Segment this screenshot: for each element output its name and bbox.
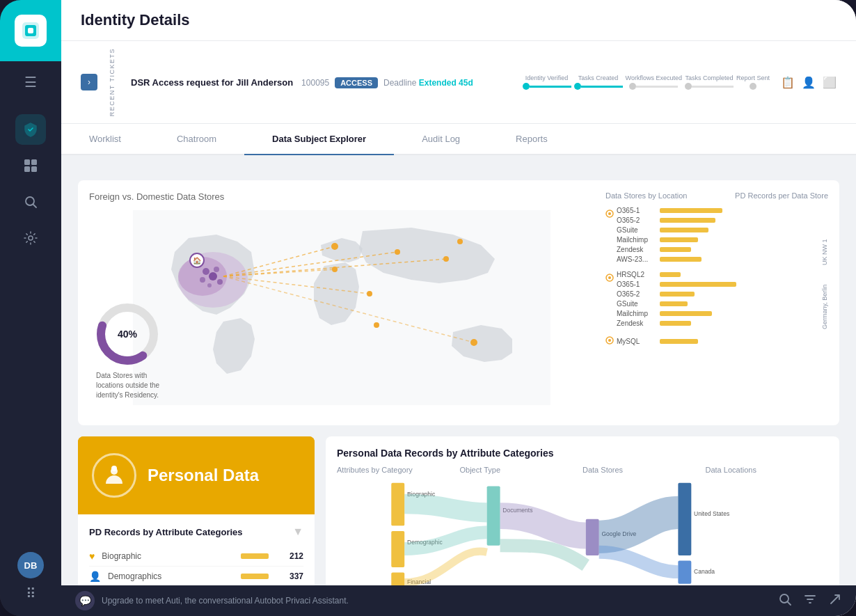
dot-4 [685,83,692,90]
sankey-col-0: Attributes by Category [337,466,460,474]
svg-text:🏠: 🏠 [193,256,202,265]
ticket-icon-3[interactable]: ⬜ [823,76,837,89]
svg-point-52 [608,212,611,215]
svg-point-73 [780,594,788,603]
sankey-card: Personal Data Records by Attribute Categ… [326,436,839,585]
progress-steps: Identity Verified Tasks Created Workflow… [523,74,770,90]
svg-point-43 [200,277,205,283]
pd-row-demographics: 👤 Demographics 337 [89,567,303,585]
svg-point-34 [443,256,449,262]
nav-settings[interactable] [15,223,46,253]
svg-rect-65 [487,487,500,546]
nav-shield[interactable] [15,114,46,145]
svg-point-36 [367,291,372,297]
arrow-footer-icon[interactable] [828,592,842,610]
ticket-title: DSR Access request for Jill Anderson [131,77,293,88]
dot-1 [523,83,530,90]
svg-point-33 [395,249,400,255]
sidebar-nav [15,103,46,552]
germany-berlin-rows: HRSQL2 O365-1 O365-2 [617,271,818,329]
svg-text:United States: United States [694,510,729,517]
sidebar: ☰ [0,0,61,616]
step-5: Report Sent [736,74,770,90]
ticket-id: 100095 [301,78,329,88]
pd-records-per-store-label: PD Records per Data Store [735,191,828,200]
menu-icon[interactable]: ☰ [24,61,37,103]
donut-label: Data Stores with locations outside the i… [96,371,173,400]
donut-chart: 40% Data Stores with locations outside t… [96,303,173,400]
svg-point-40 [209,272,217,281]
step-1: Identity Verified [523,74,571,90]
demographics-label: Demographics [108,571,234,581]
sankey-headers: Attributes by Category Object Type Data … [337,466,828,474]
ticket-action-icons: 📋 👤 ⬜ [781,76,837,89]
svg-point-42 [217,279,223,285]
svg-text:40%: 40% [118,329,138,340]
sankey-diagram: Biographic Demographic Financial [337,480,828,585]
svg-rect-3 [24,159,30,165]
svg-rect-5 [24,166,30,172]
svg-point-45 [207,283,212,287]
step-4: Tasks Completed [685,74,734,90]
footer-bar: 💬 Upgrade to meet Auti, the conversation… [61,585,856,616]
user-avatar[interactable]: DB [17,552,44,578]
biographic-label: Biographic [102,551,234,561]
tab-chatroom[interactable]: Chatroom [149,124,244,155]
map-title: Foreign vs. Domestic Data Stores [89,191,594,202]
data-stores-by-location-label: Data Stores by Location [605,191,687,200]
svg-rect-61 [391,531,404,567]
tab-audit-log[interactable]: Audit Log [394,124,488,155]
ticket-bar: › RECENT TICKETS DSR Access request for … [61,41,856,124]
ticket-icon-1[interactable]: 📋 [781,76,795,89]
tabs-bar: Worklist Chatroom Data Subject Explorer … [61,124,856,155]
search-footer-icon[interactable] [778,592,792,610]
footer-chat-text: Upgrade to meet Auti, the conversational… [102,596,349,606]
personal-data-card: Personal Data PD Records by Attribute Ca… [78,436,315,585]
sankey-title: Personal Data Records by Attribute Categ… [337,448,828,459]
svg-point-38 [457,239,463,244]
svg-point-35 [470,339,477,346]
bottom-row: Personal Data PD Records by Attribute Ca… [78,436,839,585]
pd-icon-circle [92,453,136,498]
chat-bubble-icon[interactable]: 💬 [75,591,95,610]
svg-rect-63 [391,573,404,585]
svg-rect-4 [31,159,37,165]
apps-icon[interactable]: ⠿ [26,585,36,602]
svg-text:Canada: Canada [694,569,715,576]
uk-nw1-rows: O365-1 O365-2 GSuite [617,207,818,265]
map-section: Foreign vs. Domestic Data Stores [78,180,839,425]
ticket-info: DSR Access request for Jill Anderson 100… [131,76,512,88]
tab-reports[interactable]: Reports [488,124,576,155]
biographic-count: 212 [278,551,303,561]
pd-dropdown-icon[interactable]: ▼ [292,526,303,538]
svg-point-56 [608,339,611,342]
uk-nw1-group: O365-1 O365-2 GSuite [605,207,828,265]
connector-4 [692,86,734,88]
svg-point-44 [214,267,219,272]
svg-rect-71 [678,561,691,584]
svg-rect-2 [28,28,33,33]
ticket-icon-2[interactable]: 👤 [802,76,816,89]
map-container: Foreign vs. Domestic Data Stores [89,191,594,414]
main-content: Identity Details › RECENT TICKETS DSR Ac… [61,0,856,616]
germany-berlin-group: HRSQL2 O365-1 O365-2 [605,271,828,329]
ticket-toggle[interactable]: › [81,74,97,90]
svg-rect-58 [111,466,117,471]
logo[interactable] [0,0,61,61]
step-2: Tasks Created [574,74,623,90]
tab-worklist[interactable]: Worklist [61,124,149,155]
svg-point-54 [608,276,611,279]
svg-point-39 [374,322,379,328]
pd-header: Personal Data [78,436,315,514]
footer-chat: 💬 Upgrade to meet Auti, the conversation… [75,591,349,610]
extended-status: Extended 45d [419,78,473,88]
svg-point-41 [203,268,209,275]
nav-grid[interactable] [15,150,46,181]
tab-data-subject-explorer[interactable]: Data Subject Explorer [244,124,394,155]
uk-nw1-label: UK NW 1 [821,207,828,265]
nav-search[interactable] [15,187,46,217]
footer-icons [778,592,842,610]
filter-footer-icon[interactable] [803,592,817,610]
chart-header: Data Stores by Location PD Records per D… [605,191,828,200]
svg-point-8 [29,236,33,240]
